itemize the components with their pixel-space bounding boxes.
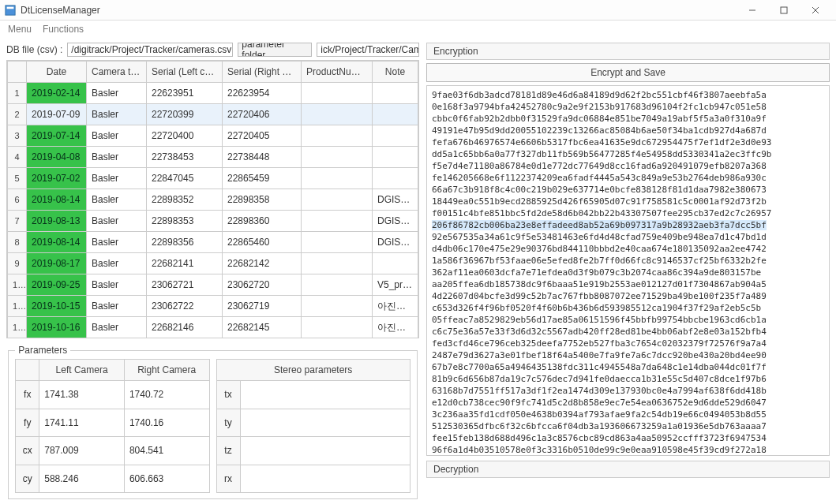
table-row[interactable]: 12019-02-14Basler2262395122623954 bbox=[8, 83, 418, 104]
param-cell: 1741.38 bbox=[39, 381, 125, 409]
param-row: fy1741.111740.16 bbox=[16, 409, 209, 437]
table-cell: DGIST-이현기박사 1280_3 bbox=[373, 232, 418, 253]
row-number: 12 bbox=[8, 317, 27, 338]
table-cell: 22738448 bbox=[223, 147, 302, 168]
table-cell bbox=[302, 104, 373, 125]
menu-item[interactable]: Menu bbox=[8, 24, 32, 35]
column-header[interactable]: Serial (Right cam) bbox=[223, 62, 302, 83]
table-cell: Basler bbox=[87, 104, 147, 125]
table-cell: 2019-10-15 bbox=[27, 296, 87, 317]
column-header[interactable]: Note bbox=[373, 62, 418, 83]
param-cell: 1741.11 bbox=[39, 409, 125, 437]
table-row[interactable]: 82019-08-14Basler2289835622865460DGIST-이… bbox=[8, 232, 418, 253]
table-cell: Basler bbox=[87, 274, 147, 296]
table-cell bbox=[302, 274, 373, 296]
table-cell: 22898360 bbox=[223, 211, 302, 232]
table-cell: Basler bbox=[87, 147, 147, 168]
column-header[interactable]: Serial (Left cam) bbox=[147, 62, 223, 83]
svg-rect-1 bbox=[7, 6, 14, 9]
table-row[interactable]: 22019-07-09Basler2272039922720406 bbox=[8, 104, 418, 125]
table-cell: 22682142 bbox=[223, 253, 302, 274]
row-number: 5 bbox=[8, 168, 27, 189]
table-cell: 22865459 bbox=[223, 168, 302, 189]
param-cell: cy bbox=[16, 465, 39, 493]
table-cell: 22682145 bbox=[223, 317, 302, 338]
table-cell: 아진엑스텍#2 bbox=[373, 317, 418, 338]
column-header[interactable] bbox=[8, 62, 27, 83]
table-cell: Basler bbox=[87, 232, 147, 253]
table-cell: 22682141 bbox=[147, 253, 223, 274]
table-cell: Basler bbox=[87, 317, 147, 338]
param-cell: cx bbox=[16, 437, 39, 465]
table-cell: 23062721 bbox=[147, 274, 223, 296]
table-cell: 22898353 bbox=[147, 211, 223, 232]
table-cell: 22720399 bbox=[147, 104, 223, 125]
parameters-legend: Parameters bbox=[15, 345, 70, 356]
row-number: 1 bbox=[8, 83, 27, 104]
table-cell: 22623954 bbox=[223, 83, 302, 104]
minimize-button[interactable] bbox=[737, 0, 768, 21]
stereo-cell: tz bbox=[216, 437, 240, 465]
table-cell bbox=[302, 232, 373, 253]
db-file-path[interactable]: /digitrack/Project/Tracker/cameras.csv bbox=[67, 43, 233, 57]
left-camera-header: Left Camera bbox=[39, 360, 125, 381]
table-row[interactable]: 122019-10-16Basler2268214622682145아진엑스텍#… bbox=[8, 317, 418, 338]
right-camera-header: Right Camera bbox=[124, 360, 209, 381]
stereo-row: ty bbox=[216, 409, 410, 437]
maximize-button[interactable] bbox=[768, 0, 800, 21]
title-bar: DtLicenseManager bbox=[0, 0, 836, 21]
table-cell: 2019-08-14 bbox=[27, 189, 87, 211]
table-row[interactable]: 52019-07-02Basler2284704522865459 bbox=[8, 168, 418, 189]
table-row[interactable]: 112019-10-15Basler2306272223062719아진엑스텍#… bbox=[8, 296, 418, 317]
table-row[interactable]: 62019-08-14Basler2289835222898358DGIST-이… bbox=[8, 189, 418, 211]
camera-params-table: Left Camera Right Camera fx1741.381740.7… bbox=[15, 359, 209, 493]
table-cell: V5_proto bbox=[373, 274, 418, 296]
table-cell bbox=[373, 168, 418, 189]
close-button[interactable] bbox=[800, 0, 831, 21]
column-header[interactable]: ProductNumber bbox=[302, 62, 373, 83]
stereo-row: tx bbox=[216, 381, 410, 409]
table-cell: Basler bbox=[87, 125, 147, 147]
table-cell: 아진엑스텍#1 bbox=[373, 296, 418, 317]
table-cell: 2019-07-09 bbox=[27, 104, 87, 125]
stereo-params-table: Stereo parameters txtytzrx bbox=[216, 359, 411, 493]
db-file-label: DB file (csv) : bbox=[6, 44, 62, 55]
param-cell: 804.541 bbox=[124, 437, 209, 465]
row-number: 7 bbox=[8, 211, 27, 232]
table-cell: DGIST-이현기박사 1280_2 bbox=[373, 211, 418, 232]
menu-item[interactable]: Functions bbox=[43, 24, 84, 35]
column-header[interactable]: Date bbox=[27, 62, 87, 83]
cipher-text-area[interactable]: 9fae03f6db3adcd78181d89e46d6a84189d9d62f… bbox=[426, 85, 830, 456]
table-cell bbox=[373, 83, 418, 104]
table-row[interactable]: 72019-08-13Basler2289835322898360DGIST-이… bbox=[8, 211, 418, 232]
row-number: 6 bbox=[8, 189, 27, 211]
column-header[interactable]: Camera type bbox=[87, 62, 147, 83]
table-cell bbox=[373, 104, 418, 125]
table-cell: 23062720 bbox=[223, 274, 302, 296]
encrypt-save-button[interactable]: Encrypt and Save bbox=[426, 63, 830, 82]
table-row[interactable]: 92019-08-17Basler2268214122682142 bbox=[8, 253, 418, 274]
table-cell bbox=[302, 211, 373, 232]
table-cell: Basler bbox=[87, 211, 147, 232]
table-cell bbox=[373, 147, 418, 168]
parameters-group: Parameters Left Camera Right Camera fx17… bbox=[8, 345, 418, 499]
parameter-folder-path[interactable]: ick/Project/Tracker/CameraParameters bbox=[317, 43, 419, 57]
param-row: cy588.246606.663 bbox=[16, 465, 209, 493]
table-row[interactable]: 42019-04-08Basler2273845322738448 bbox=[8, 147, 418, 168]
table-cell: Basler bbox=[87, 83, 147, 104]
cameras-table[interactable]: DateCamera typeSerial (Left cam)Serial (… bbox=[6, 60, 419, 338]
table-cell: 22865460 bbox=[223, 232, 302, 253]
table-cell: 2019-07-02 bbox=[27, 168, 87, 189]
table-row[interactable]: 32019-07-14Basler2272040022720405 bbox=[8, 125, 418, 147]
stereo-cell: tx bbox=[216, 381, 240, 409]
svg-rect-3 bbox=[781, 7, 787, 13]
table-row[interactable]: 102019-09-25Basler2306272123062720V5_pro… bbox=[8, 274, 418, 296]
table-cell bbox=[302, 317, 373, 338]
row-number: 3 bbox=[8, 125, 27, 147]
table-cell: 2019-10-16 bbox=[27, 317, 87, 338]
row-number: 9 bbox=[8, 253, 27, 274]
row-number: 8 bbox=[8, 232, 27, 253]
parameter-folder-button[interactable]: parameter folder bbox=[238, 43, 312, 57]
table-cell: 2019-02-14 bbox=[27, 83, 87, 104]
param-cell: fx bbox=[16, 381, 39, 409]
